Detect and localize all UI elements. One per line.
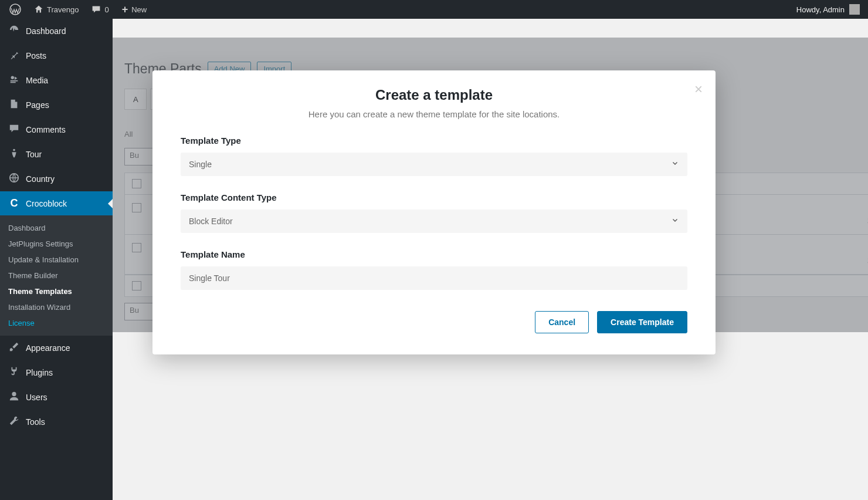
admin-bar: Travengo 0 + New Howdy, Admin xyxy=(0,0,868,19)
sidebar-item-country[interactable]: Country xyxy=(0,167,113,191)
globe-icon xyxy=(8,173,20,185)
plug-icon xyxy=(8,366,20,379)
user-avatar xyxy=(849,4,860,15)
sidebar-item-comments[interactable]: Comments xyxy=(0,117,113,142)
create-template-button[interactable]: Create Template xyxy=(597,311,687,333)
svg-rect-2 xyxy=(11,80,18,82)
crocoblock-icon: C xyxy=(8,197,20,210)
media-icon xyxy=(8,74,20,87)
sidebar-item-posts[interactable]: Posts xyxy=(0,43,113,68)
cancel-button[interactable]: Cancel xyxy=(535,311,589,333)
template-type-label: Template Type xyxy=(181,136,687,146)
sidebar-item-pages[interactable]: Pages xyxy=(0,93,113,117)
sidebar-item-tools[interactable]: Tools xyxy=(0,410,113,434)
new-label: New xyxy=(131,5,147,14)
howdy-text: Howdy, Admin xyxy=(796,5,845,14)
sidebar-item-tour[interactable]: Tour xyxy=(0,142,113,167)
template-content-type-select[interactable]: Block Editor xyxy=(181,210,687,233)
brush-icon xyxy=(8,342,20,354)
new-link[interactable]: + New xyxy=(117,0,152,19)
field-template-name: Template Name xyxy=(181,249,687,290)
sidebar-item-plugins[interactable]: Plugins xyxy=(0,360,113,385)
plus-icon: + xyxy=(122,4,128,16)
adminbar-left: Travengo 0 + New xyxy=(5,0,151,19)
svg-rect-3 xyxy=(11,82,16,83)
wrench-icon xyxy=(8,415,20,428)
speedometer-icon xyxy=(8,25,20,38)
home-icon xyxy=(34,5,43,14)
svg-point-6 xyxy=(12,392,16,396)
svg-point-1 xyxy=(11,76,14,79)
sidebar-item-appearance[interactable]: Appearance xyxy=(0,336,113,360)
create-template-modal: × Create a template Here you can create … xyxy=(152,70,716,354)
user-icon xyxy=(8,391,20,404)
modal-title: Create a template xyxy=(181,87,687,103)
admin-sidebar: Dashboard Posts Media Pages Comments Tou… xyxy=(0,19,113,500)
sub-dashboard[interactable]: Dashboard xyxy=(0,220,113,236)
modal-subtitle: Here you can create a new theme template… xyxy=(181,109,687,119)
sub-jetplugins[interactable]: JetPlugins Settings xyxy=(0,236,113,252)
sidebar-item-media[interactable]: Media xyxy=(0,68,113,93)
sub-theme-templates[interactable]: Theme Templates xyxy=(0,283,113,299)
person-icon xyxy=(8,148,20,161)
site-name: Travengo xyxy=(47,5,79,14)
sub-license[interactable]: License xyxy=(0,315,113,331)
comments-count: 0 xyxy=(104,5,108,14)
sidebar-item-dashboard[interactable]: Dashboard xyxy=(0,19,113,43)
field-template-type: Template Type Single xyxy=(181,136,687,176)
template-content-type-label: Template Content Type xyxy=(181,192,687,202)
sub-theme-builder[interactable]: Theme Builder xyxy=(0,268,113,283)
comment-icon xyxy=(91,5,101,14)
page-icon xyxy=(8,99,20,112)
template-name-input[interactable] xyxy=(181,266,687,290)
modal-actions: Cancel Create Template xyxy=(181,311,687,333)
sub-install-wizard[interactable]: Installation Wizard xyxy=(0,299,113,315)
comments-link[interactable]: 0 xyxy=(87,0,113,19)
adminbar-right[interactable]: Howdy, Admin xyxy=(796,4,863,15)
comment-icon xyxy=(8,123,20,136)
sidebar-submenu: Dashboard JetPlugins Settings Update & I… xyxy=(0,215,113,336)
template-type-select[interactable]: Single xyxy=(181,153,687,176)
svg-point-4 xyxy=(13,149,15,151)
site-link[interactable]: Travengo xyxy=(29,0,83,19)
wp-logo[interactable] xyxy=(5,0,26,19)
sidebar-item-crocoblock[interactable]: CCrocoblock xyxy=(0,191,113,215)
sidebar-item-users[interactable]: Users xyxy=(0,385,113,410)
template-name-label: Template Name xyxy=(181,249,687,259)
pin-icon xyxy=(8,49,20,62)
close-icon[interactable]: × xyxy=(694,81,703,97)
field-template-content-type: Template Content Type Block Editor xyxy=(181,192,687,233)
wordpress-icon xyxy=(9,4,21,15)
sub-update[interactable]: Update & Installation xyxy=(0,252,113,268)
